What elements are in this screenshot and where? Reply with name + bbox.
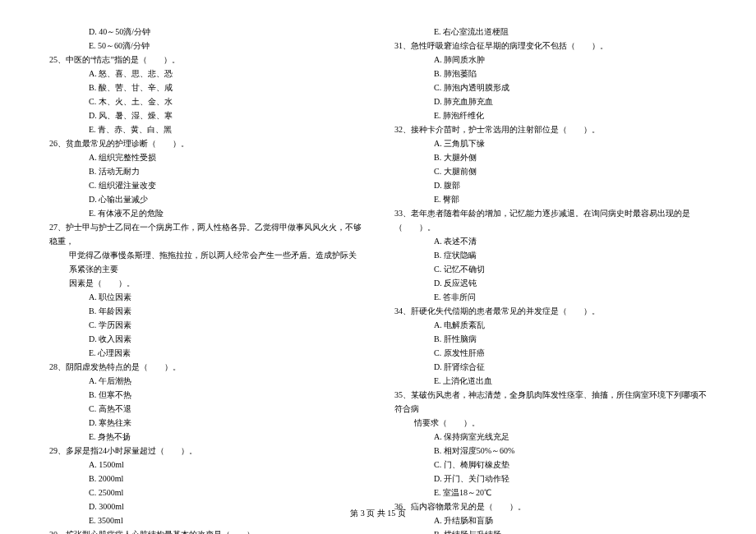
q28-opt-d: D. 寒热往来	[49, 416, 362, 430]
q31-opt-e: E. 肺泡纤维化	[394, 108, 707, 122]
q31-opt-a: A. 肺间质水肿	[394, 53, 707, 67]
q25-opt-a: A. 怒、喜、思、悲、恐	[49, 67, 362, 81]
q28-opt-a: A. 午后潮热	[49, 374, 362, 388]
q35-opt-b: B. 相对湿度50%～60%	[394, 444, 707, 458]
q24-opt-e: E. 50～60滴/分钟	[49, 39, 362, 53]
q32: 32、接种卡介苗时，护士常选用的注射部位是（ ）。	[394, 122, 707, 136]
q34: 34、肝硬化失代偿期的患者最常见的并发症是（ ）。	[394, 304, 707, 318]
q25-opt-c: C. 木、火、土、金、水	[49, 94, 362, 108]
q31-opt-d: D. 肺充血肺充血	[394, 94, 707, 108]
q29-opt-b: B. 2000ml	[49, 472, 362, 486]
q29: 29、多尿是指24小时尿量超过（ ）。	[49, 444, 362, 458]
q31: 31、急性呼吸窘迫综合征早期的病理变化不包括（ ）。	[394, 39, 707, 53]
q26: 26、贫血最常见的护理诊断（ ）。	[49, 136, 362, 150]
q26-opt-b: B. 活动无耐力	[49, 164, 362, 178]
q27-opt-b: B. 年龄因素	[49, 304, 362, 318]
q28-opt-b: B. 但寒不热	[49, 388, 362, 402]
q27-opt-d: D. 收入因素	[49, 332, 362, 346]
left-column: D. 40～50滴/分钟 E. 50～60滴/分钟 25、中医的“情志”指的是（…	[49, 25, 362, 534]
q28-opt-e: E. 身热不扬	[49, 430, 362, 444]
q24-opt-d: D. 40～50滴/分钟	[49, 25, 362, 39]
q27-opt-e: E. 心理因素	[49, 346, 362, 360]
q33-opt-e: E. 答非所问	[394, 290, 707, 304]
q29-opt-a: A. 1500ml	[49, 458, 362, 472]
q36-opt-b: B. 横结肠与升结肠	[394, 527, 707, 534]
q30-opt-e: E. 右心室流出道梗阻	[394, 25, 707, 39]
q35-opt-a: A. 保持病室光线充足	[394, 430, 707, 444]
q25-opt-e: E. 青、赤、黄、白、黑	[49, 122, 362, 136]
q27-line3: 因素是（ ）。	[49, 276, 362, 290]
q29-opt-c: C. 2500ml	[49, 486, 362, 499]
q27-line2: 甲觉得乙做事慢条斯理、拖拖拉拉，所以两人经常会产生一些矛盾。造成护际关系紧张的主…	[49, 248, 362, 276]
q28: 28、阴阳虚发热特点的是（ ）。	[49, 360, 362, 374]
q34-opt-b: B. 肝性脑病	[394, 332, 707, 346]
q26-opt-d: D. 心输出量减少	[49, 192, 362, 206]
q31-opt-b: B. 肺泡萎陷	[394, 67, 707, 81]
q27-opt-c: C. 学历因素	[49, 318, 362, 332]
q25-opt-b: B. 酸、苦、甘、辛、咸	[49, 81, 362, 94]
q32-opt-c: C. 大腿前侧	[394, 164, 707, 178]
q33-opt-c: C. 记忆不确切	[394, 262, 707, 276]
q35-opt-e: E. 室温18～20℃	[394, 486, 707, 499]
q32-opt-b: B. 大腿外侧	[394, 150, 707, 164]
q32-opt-a: A. 三角肌下缘	[394, 136, 707, 150]
q34-opt-d: D. 肝肾综合征	[394, 360, 707, 374]
q26-opt-e: E. 有体液不足的危险	[49, 206, 362, 220]
q33: 33、老年患者随着年龄的增加，记忆能力逐步减退。在询问病史时最容易出现的是（ ）…	[394, 206, 707, 234]
q32-opt-e: E. 臀部	[394, 192, 707, 206]
q28-opt-c: C. 高热不退	[49, 402, 362, 416]
q25: 25、中医的“情志”指的是（ ）。	[49, 53, 362, 67]
q26-opt-a: A. 组织完整性受损	[49, 150, 362, 164]
q25-opt-d: D. 风、暑、湿、燥、寒	[49, 108, 362, 122]
q33-opt-b: B. 症状隐瞒	[394, 248, 707, 262]
q33-opt-d: D. 反应迟钝	[394, 276, 707, 290]
q35-opt-c: C. 门、椅脚钉橡皮垫	[394, 458, 707, 472]
q34-opt-c: C. 原发性肝癌	[394, 346, 707, 360]
page-footer: 第 3 页 共 15 页	[0, 508, 756, 519]
q31-opt-c: C. 肺泡内透明膜形成	[394, 81, 707, 94]
q34-opt-e: E. 上消化道出血	[394, 374, 707, 388]
q35-line1: 35、某破伤风患者，神志清楚，全身肌肉阵发性痉挛、抽搐，所住病室环境下列哪项不符…	[394, 388, 707, 416]
q32-opt-d: D. 腹部	[394, 178, 707, 192]
q27-line1: 27、护士甲与护士乙同在一个病房工作，两人性格各异。乙觉得甲做事风风火火，不够稳…	[49, 220, 362, 248]
q30: 30、扩张型心肌病病人心脏结构最基本的改变是（ ）。	[49, 527, 362, 534]
q26-opt-c: C. 组织灌注量改变	[49, 178, 362, 192]
q35-opt-d: D. 开门、关门动作轻	[394, 472, 707, 486]
right-column: E. 右心室流出道梗阻 31、急性呼吸窘迫综合征早期的病理变化不包括（ ）。 A…	[394, 25, 707, 534]
q35-line2: 情要求（ ）。	[394, 416, 707, 430]
q27-opt-a: A. 职位因素	[49, 290, 362, 304]
q33-opt-a: A. 表述不清	[394, 234, 707, 248]
q34-opt-a: A. 电解质紊乱	[394, 318, 707, 332]
